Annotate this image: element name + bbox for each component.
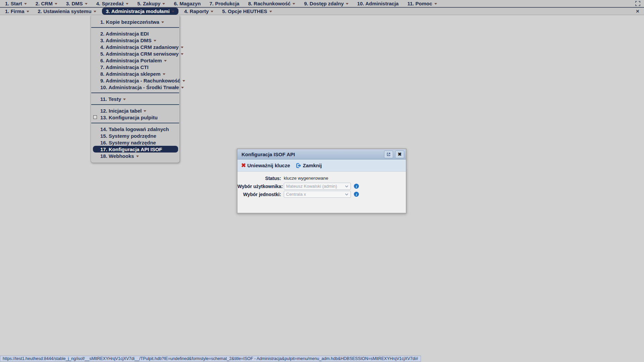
menu-item-label: 9. Dostęp zdalny xyxy=(304,1,343,6)
field-label: Wybór jednostki: xyxy=(237,192,281,197)
dropdown-item-label: 17. Konfiguracja API ISOF xyxy=(100,146,162,152)
menu-item-label: 8. Rachunkowość xyxy=(248,1,291,6)
menu-item-label: 5. Zakupy xyxy=(137,1,160,6)
dialog-title: Konfiguracja ISOF API xyxy=(241,152,382,157)
menubar-item-8[interactable]: 8. Rachunkowość xyxy=(244,0,300,7)
menubar-item-4[interactable]: 4. Sprzedaż xyxy=(92,0,133,7)
dropdown-item-11[interactable]: 10. Administracja - Środki Trwałe xyxy=(91,84,179,90)
dropdown-item-19[interactable]: 15. Systemy podrzędne xyxy=(91,132,179,139)
dropdown-item-4[interactable]: 3. Administracja DMS xyxy=(91,37,179,44)
field-label: Status: xyxy=(237,176,281,181)
menubar-item-10[interactable]: 10. Administracja xyxy=(353,0,403,7)
toolbar-action-zamknij[interactable]: Zamknij xyxy=(296,163,322,169)
dropdown-item-8[interactable]: 7. Administracja CTI xyxy=(91,64,179,70)
dropdown-item-label: 12. Inicjacja tabel xyxy=(100,108,142,114)
menubar-item-2[interactable]: 2. CRM xyxy=(31,0,62,7)
checkbox-icon[interactable] xyxy=(93,115,97,119)
dropdown-item-label: 5. Administracja CRM serwisowy xyxy=(100,51,179,57)
dropdown-item-9[interactable]: 8. Administracja sklepem xyxy=(91,70,179,77)
menu-item-label: 1. Start xyxy=(5,1,22,6)
submenu-caret-icon xyxy=(55,3,57,5)
dialog-toolbar: ✖Unieważnij kluczeZamknij xyxy=(237,160,406,172)
info-icon[interactable]: i xyxy=(354,184,359,189)
dropdown-item-6[interactable]: 5. Administracja CRM serwisowy xyxy=(91,50,179,57)
red-x-icon: ✖ xyxy=(241,163,246,168)
toolbar-action-uniewa-nij-klucze[interactable]: ✖Unieważnij klucze xyxy=(241,163,290,168)
dropdown-item-label: 3. Administracja DMS xyxy=(100,38,152,43)
submenu-item-4[interactable]: 4. Raporty xyxy=(180,8,218,15)
menu-item-label: 2. CRM xyxy=(36,1,53,6)
dropdown-item-13[interactable]: 11. Testy xyxy=(91,96,179,102)
menubar-item-7[interactable]: 7. Produkcja xyxy=(205,0,244,7)
dropdown-item-7[interactable]: 6. Administracja Portalem xyxy=(91,57,179,64)
submenu-item-2[interactable]: 2. Ustawienia systemu xyxy=(34,8,101,15)
status-value: klucze wygenerowane xyxy=(284,176,328,181)
select-value: Centrala x xyxy=(286,192,345,197)
form-row: Status:klucze wygenerowane xyxy=(237,175,406,182)
menu-item-label: 6. Magazyn xyxy=(174,1,201,6)
popout-button[interactable] xyxy=(384,150,393,158)
menubar-item-5[interactable]: 5. Zakupy xyxy=(133,0,169,7)
dropdown-item-21[interactable]: 17. Konfiguracja API ISOF xyxy=(93,146,178,153)
select-unit[interactable]: Centrala x xyxy=(284,191,351,198)
submenu-caret-icon xyxy=(154,40,156,42)
menu-item-label: 3. DMS xyxy=(66,1,83,6)
menubar-item-1[interactable]: 1. Start xyxy=(1,0,31,7)
info-icon[interactable]: i xyxy=(354,192,359,197)
blue-arrow-icon xyxy=(296,163,302,169)
dropdown-item-label: 13. Konfiguracja pulpitu xyxy=(100,115,158,120)
menubar-item-6[interactable]: 6. Magazyn xyxy=(169,0,205,7)
menu-separator xyxy=(91,27,179,28)
submenu-caret-icon xyxy=(161,21,164,23)
submenu-item-3[interactable]: 3. Administracja modułami xyxy=(102,8,178,15)
dropdown-item-15[interactable]: 12. Inicjacja tabel xyxy=(91,107,179,114)
menubar-item-3[interactable]: 3. DMS xyxy=(62,0,92,7)
menu-separator xyxy=(91,104,179,105)
dropdown-item-18[interactable]: 14. Tabela logowań zdalnych xyxy=(91,126,179,132)
menu-item-label: 11. Pomoc xyxy=(407,1,432,6)
close-icon[interactable]: × xyxy=(633,8,643,15)
fullscreen-icon[interactable] xyxy=(633,0,643,7)
form-row: Wybór jednostki:Centrala xi xyxy=(237,191,406,198)
dropdown-item-label: 1. Kopie bezpieczeństwa xyxy=(100,19,159,25)
menubar-item-9[interactable]: 9. Dostęp zdalny xyxy=(300,0,353,7)
toolbar-action-label: Zamknij xyxy=(303,163,322,168)
dropdown-item-label: 7. Administracja CTI xyxy=(100,64,149,70)
dropdown-item-label: 16. Systemy nadrzędne xyxy=(100,140,156,145)
dialog-body: Status:klucze wygenerowaneWybór użytkown… xyxy=(237,172,406,213)
dialog-close-button[interactable]: ✖ xyxy=(395,150,404,158)
submenu-caret-icon xyxy=(164,60,167,62)
menu-item-label: 10. Administracja xyxy=(357,1,399,6)
dropdown-item-5[interactable]: 4. Administracja CRM zadaniowy xyxy=(91,44,179,50)
dropdown-item-10[interactable]: 9. Administracja - Rachunkowość xyxy=(91,77,179,84)
dialog-titlebar[interactable]: Konfiguracja ISOF API ✖ xyxy=(237,149,406,160)
select-user[interactable]: Mateusz Kowalski (admin) xyxy=(284,183,351,190)
submenu-caret-icon xyxy=(181,87,184,88)
menu-item-label: 5. Opcje HEUTHES xyxy=(222,8,267,14)
menu-item-label: 2. Ustawienia systemu xyxy=(38,8,92,14)
submenu-item-5[interactable]: 5. Opcje HEUTHES xyxy=(218,8,276,15)
submenu-caret-icon xyxy=(85,3,88,5)
submenu-caret-icon xyxy=(126,3,128,5)
submenu-caret-icon xyxy=(144,110,146,112)
dropdown-item-label: 10. Administracja - Środki Trwałe xyxy=(100,84,179,90)
submenu-caret-icon xyxy=(94,11,96,12)
dropdown-item-20[interactable]: 16. Systemy nadrzędne xyxy=(91,139,179,146)
submenu-caret-icon xyxy=(172,11,174,12)
submenu-item-1[interactable]: 1. Firma xyxy=(1,8,34,15)
popout-icon xyxy=(386,152,391,157)
submenu-caret-icon xyxy=(163,73,165,75)
menubar-item-11[interactable]: 11. Pomoc xyxy=(403,0,441,7)
dropdown-item-22[interactable]: 18. Webhooks xyxy=(91,153,179,159)
submenu-caret-icon xyxy=(434,3,437,5)
dropdown-item-label: 18. Webhooks xyxy=(100,153,134,159)
chevron-down-icon xyxy=(345,193,348,196)
chevron-down-icon xyxy=(345,185,348,188)
dropdown-item-3[interactable]: 2. Administracja EDI xyxy=(91,30,179,37)
select-value: Mateusz Kowalski (admin) xyxy=(286,184,345,189)
dropdown-item-16[interactable]: 13. Konfiguracja pulpitu xyxy=(91,114,179,121)
submenu-caret-icon xyxy=(24,3,27,5)
dropdown-item-label: 6. Administracja Portalem xyxy=(100,58,162,63)
toolbar-action-label: Unieważnij klucze xyxy=(247,163,290,168)
dropdown-item-1[interactable]: 1. Kopie bezpieczeństwa xyxy=(91,18,179,25)
